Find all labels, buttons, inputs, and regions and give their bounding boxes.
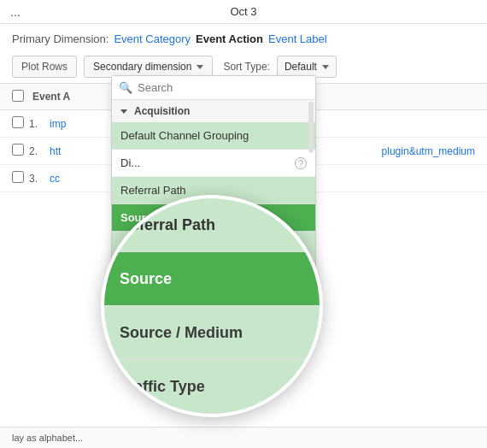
event-action-column-header: Event A <box>29 89 73 104</box>
primary-dimension-row: Primary Dimension: Event Category Event … <box>0 24 487 52</box>
top-bar-title: Oct 3 <box>230 5 256 18</box>
magnify-traffic-type[interactable]: Traffic Type <box>104 360 320 414</box>
magnified-view: Referral Path Source Source / Medium Tra… <box>101 195 323 417</box>
primary-dim-event-label[interactable]: Event Label <box>268 32 327 45</box>
sort-type-label: Sort Type: <box>223 61 269 73</box>
magnify-source-label: Source <box>120 270 172 288</box>
search-icon: 🔍 <box>119 81 132 94</box>
row-2-extra: plugin&utm_medium <box>382 145 475 157</box>
dots-menu[interactable]: ... <box>10 5 21 19</box>
sort-type-value: Default <box>285 61 317 73</box>
bottom-bar-text: lay as alphabet... <box>12 433 83 443</box>
row-2-checkbox[interactable] <box>12 144 29 158</box>
chevron-down-icon <box>197 65 203 69</box>
header-checkbox-input[interactable] <box>12 90 24 102</box>
row-1-num: 1. <box>29 118 50 130</box>
dropdown-item-dimension[interactable]: Di... ? <box>112 150 315 177</box>
primary-dim-event-action[interactable]: Event Action <box>196 32 263 45</box>
magnify-source-medium[interactable]: Source / Medium <box>104 306 320 360</box>
row-3-num: 3. <box>29 173 50 185</box>
dropdown-item-dimension-text: Di... <box>120 156 140 169</box>
magnify-traffic-type-label: Traffic Type <box>120 378 205 396</box>
bottom-bar: lay as alphabet... <box>0 427 487 448</box>
primary-dimension-label: Primary Dimension: <box>12 32 109 45</box>
section-label: Acquisition <box>134 105 190 117</box>
help-icon: ? <box>295 157 307 169</box>
section-collapse-icon[interactable] <box>120 109 127 114</box>
top-bar: ... Oct 3 <box>0 0 487 24</box>
row-3-checkbox[interactable] <box>12 171 29 186</box>
select-all-checkbox[interactable] <box>12 90 29 104</box>
sort-chevron-icon <box>322 65 329 69</box>
secondary-dim-label: Secondary dimension <box>93 61 191 73</box>
primary-dim-event-category[interactable]: Event Category <box>114 32 191 45</box>
magnify-source[interactable]: Source <box>104 252 320 306</box>
dropdown-item-default-channel[interactable]: Default Channel Grouping <box>112 122 315 150</box>
row-2-num: 2. <box>29 145 50 157</box>
dropdown-section-header: Acquisition <box>112 100 315 122</box>
dropdown-search-input[interactable] <box>138 81 308 94</box>
row-1-checkbox[interactable] <box>12 116 29 131</box>
plot-rows-button[interactable]: Plot Rows <box>12 56 77 78</box>
magnify-source-medium-label: Source / Medium <box>120 324 243 342</box>
dropdown-search-row: 🔍 <box>112 76 315 100</box>
dropdown-scrollbar[interactable] <box>308 102 314 153</box>
